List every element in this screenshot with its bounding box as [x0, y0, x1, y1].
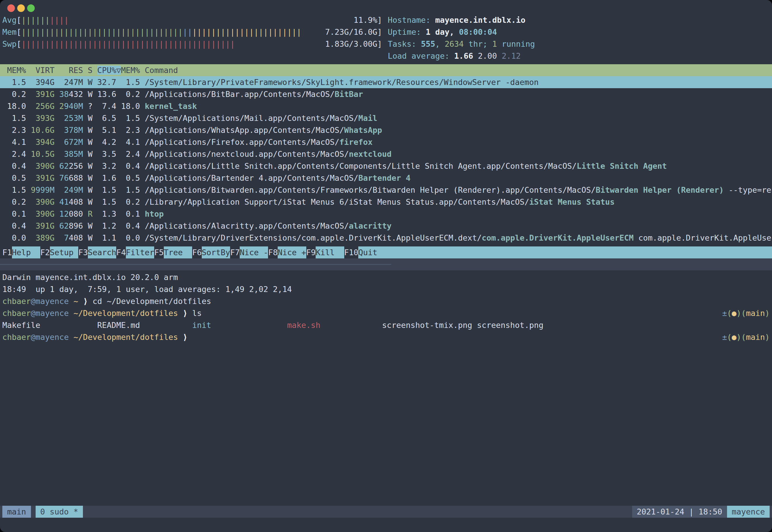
cell-segment: Mail	[358, 114, 377, 123]
cell-segment: /Applications/Firefox.app/Contents/MacOS…	[145, 138, 339, 147]
process-row[interactable]: 0.2 390G 41408 W 1.5 0.2 /Library/Applic…	[0, 196, 772, 208]
tmux-status-left: main 0 sudo *	[2, 506, 88, 518]
tmux-status-right: 2021-01-24 | 18:50 mayence	[632, 506, 770, 518]
cell-segment: 4.1	[2, 138, 31, 147]
cell-segment	[55, 185, 59, 194]
cell-segment: 253M	[59, 114, 83, 123]
tmux-status-bar: main 0 sudo * 2021-01-24 | 18:50 mayence	[0, 506, 772, 518]
cell-segment: /Applications/BitBar.app/Contents/MacOS/	[145, 90, 335, 99]
cell-segment: 62	[59, 161, 69, 171]
cell-segment: --type=rend	[724, 185, 772, 194]
cell-segment: 0.2	[2, 90, 31, 99]
text-segment: ±	[722, 333, 727, 342]
text-segment: ●	[732, 333, 736, 342]
prompt-line-cd: chbaer@mayence ~ ⟩ cd ~/Development/dotf…	[0, 295, 772, 307]
cell-segment	[55, 138, 59, 147]
cell-segment: W 3.5 2.4	[83, 149, 145, 159]
cell-segment: 9	[31, 185, 36, 194]
cell-segment: 7.4 18.0	[97, 102, 145, 111]
meter-bars: |||||||||||||||||||||||	[192, 27, 301, 36]
minimize-button[interactable]	[17, 4, 25, 12]
text-segment: ,	[435, 39, 445, 48]
cell-segment: W 13.6 0.2	[83, 90, 145, 99]
meter-value: 1.83G/3.00G	[325, 39, 377, 48]
text-segment: Tasks:	[388, 39, 421, 48]
cell-segment	[55, 161, 59, 171]
process-row[interactable]: 0.4 391G 62896 W 1.2 0.4 /Applications/A…	[0, 220, 772, 232]
uptime-output: 18:49 up 1 day, 7:59, 1 user, load avera…	[0, 283, 772, 295]
text-segment: ●	[732, 309, 736, 318]
tasks-info: Tasks: 555, 2634 thr; 1 running	[388, 38, 535, 50]
cell-segment: BitBar	[335, 90, 363, 99]
meter-bars: ||||||||||||||||||||||||||||||||||||||||…	[21, 39, 235, 48]
prompt-line-current[interactable]: chbaer@mayence ~/Development/dotfiles ⟩	[0, 331, 772, 343]
fkey-number: F7	[230, 246, 240, 258]
fkey-action: Tree	[164, 246, 192, 258]
cell-segment: /Applications/Alacritty.app/Contents/Mac…	[145, 221, 349, 230]
text-segment: 555	[421, 39, 435, 48]
text-segment: (	[727, 333, 732, 342]
cell-segment: W 3.2 0.4	[83, 161, 145, 171]
cell-segment: 38	[59, 90, 69, 99]
process-row[interactable]: 0.5 391G 76688 W 1.6 0.5 /Applications/B…	[0, 172, 772, 184]
tmux-window-0-sudo[interactable]: 0 sudo *	[36, 506, 83, 518]
cell-segment: 18.0	[2, 102, 31, 111]
swap-meter: Swp[||||||||||||||||||||||||||||||||||||…	[0, 38, 772, 50]
cell-segment: 390G	[31, 197, 55, 206]
memory-meter: Mem[||||||||||||||||||||||||||||||||||||…	[0, 26, 772, 38]
cell-segment	[55, 149, 59, 159]
text-segment: @mayence	[31, 333, 69, 342]
process-row[interactable]: 0.4 390G 62256 W 3.2 0.4 /Applications/L…	[0, 160, 772, 172]
uptime-info: Uptime: 1 day, 08:00:04	[388, 26, 497, 38]
cell-segment: com.apple.DriverKit.AppleUserECM	[482, 233, 634, 242]
cell-segment: 256	[69, 161, 83, 171]
cell-segment: 0.2	[2, 197, 31, 206]
pane-divider[interactable]	[0, 264, 391, 265]
cell-segment: 0.1	[2, 209, 31, 218]
pane-divider-row	[0, 258, 772, 270]
process-row-selected[interactable]: 1.5 394G 247M W 32.7 1.5 /System/Library…	[0, 76, 772, 88]
meter-bracket: [	[17, 15, 21, 25]
text-segment	[69, 333, 74, 342]
text-segment: @mayence	[31, 297, 69, 306]
process-row[interactable]: 18.0 256G 2940M ? 7.4 18.0 kernel_task	[0, 100, 772, 112]
text-segment: Darwin mayence.int.dblx.io 20.2.0 arm	[2, 273, 178, 282]
text-segment	[320, 321, 382, 330]
meter-value: 11.9%	[354, 15, 377, 25]
text-segment: chbaer	[2, 309, 31, 318]
process-row[interactable]: 1.5 9999M 249M W 1.5 1.5 /Applications/B…	[0, 184, 772, 196]
text-segment	[69, 297, 74, 306]
process-row[interactable]: 4.1 394G 672M W 4.2 4.1 /Applications/Fi…	[0, 136, 772, 148]
text-segment: 1 day,	[426, 27, 459, 36]
cell-segment: R	[88, 209, 93, 218]
fkey-number: F4	[116, 246, 126, 258]
text-segment: ⟩	[183, 309, 187, 318]
process-row[interactable]: 0.2 391G 38432 W 13.6 0.2 /Applications/…	[0, 88, 772, 100]
cell-segment: 390G	[31, 209, 55, 218]
process-row[interactable]: 2.3 10.6G 378M W 5.1 2.3 /Applications/W…	[0, 124, 772, 136]
process-row[interactable]: 0.1 390G 12080 R 1.3 0.1 htop	[0, 208, 772, 220]
fkey-action: SortBy	[202, 246, 230, 258]
close-button[interactable]	[7, 4, 15, 12]
cell-segment: /Applications/WhatsApp.app/Contents/MacO…	[145, 126, 344, 135]
process-row[interactable]: 2.4 10.5G 385M W 3.5 2.4 /Applications/n…	[0, 148, 772, 160]
cell-segment: 0.4	[2, 161, 31, 171]
cell-segment: 688	[69, 173, 83, 182]
meter-bars: ||||	[50, 15, 69, 25]
cell-segment: 391G	[31, 173, 55, 182]
cell-segment: 41	[59, 197, 69, 206]
zoom-button[interactable]	[27, 4, 35, 12]
text-segment: ⟩	[183, 333, 187, 342]
text-segment: ⟩	[83, 297, 88, 306]
cell-segment: /Applications/Bartender 4.app/Contents/M…	[145, 173, 359, 182]
fkey-number: F5	[154, 246, 164, 258]
process-row[interactable]: 1.5 393G 253M W 6.5 1.5 /System/Applicat…	[0, 112, 772, 124]
prompt-line-ls: chbaer@mayence ~/Development/dotfiles ⟩ …	[0, 307, 772, 319]
cell-segment: Little Snitch Agent	[577, 161, 667, 171]
tmux-session-main[interactable]: main	[2, 506, 31, 518]
cell-segment: W 1.1 0.0	[83, 233, 145, 242]
process-table-header[interactable]: MEM% VIRT RES S CPU%▽MEM% Command	[0, 64, 772, 76]
process-row[interactable]: 0.0 389G 7408 W 1.1 0.0 /System/Library/…	[0, 232, 772, 244]
text-segment	[78, 297, 83, 306]
meter-pad	[69, 15, 354, 25]
